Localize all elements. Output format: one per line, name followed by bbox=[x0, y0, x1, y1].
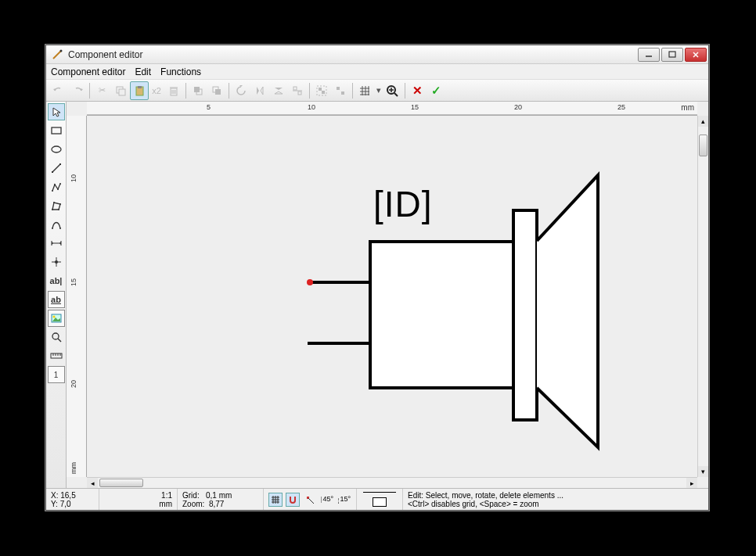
svg-rect-3 bbox=[669, 52, 675, 57]
select-tool[interactable] bbox=[48, 103, 65, 120]
svg-point-53 bbox=[52, 316, 55, 318]
svg-point-44 bbox=[52, 228, 53, 229]
rotate-button[interactable] bbox=[232, 81, 250, 100]
svg-rect-24 bbox=[322, 91, 325, 94]
toolbar-separator bbox=[185, 83, 186, 99]
svg-point-40 bbox=[52, 209, 53, 210]
vertical-ruler: 10 15 20 mm bbox=[67, 116, 87, 477]
svg-rect-34 bbox=[52, 171, 53, 173]
style-preview bbox=[357, 489, 403, 510]
cut-button[interactable]: ✂ bbox=[92, 81, 111, 100]
vertical-scrollbar[interactable]: ▴ ▾ bbox=[697, 116, 708, 477]
redo-button[interactable] bbox=[68, 81, 87, 100]
menu-edit[interactable]: Edit bbox=[135, 66, 151, 77]
svg-line-33 bbox=[52, 164, 60, 172]
duplicate-button[interactable]: x2 bbox=[149, 81, 164, 100]
svg-line-55 bbox=[58, 339, 61, 342]
horizontal-scrollbar[interactable]: ◂ ▸ bbox=[87, 477, 697, 488]
close-button[interactable] bbox=[685, 48, 707, 62]
svg-point-42 bbox=[59, 203, 61, 205]
line-style-preview[interactable] bbox=[363, 492, 396, 493]
app-icon bbox=[51, 48, 63, 61]
canvas-viewport[interactable]: [ID] bbox=[87, 116, 697, 477]
scroll-left-button[interactable]: ◂ bbox=[87, 478, 98, 489]
scroll-up-button[interactable]: ▴ bbox=[698, 116, 708, 127]
svg-point-38 bbox=[57, 188, 59, 190]
dimension-tool[interactable] bbox=[48, 235, 65, 252]
label-tool[interactable]: ab bbox=[48, 291, 65, 308]
window-title: Component editor bbox=[68, 49, 638, 60]
app-window: Component editor Component editor Edit F… bbox=[45, 45, 709, 511]
svg-rect-7 bbox=[119, 89, 125, 95]
toolbar: ✂ x2 ▾ ✕ ✓ bbox=[46, 80, 708, 102]
cursor-position: X: 16,5 Y: 7,0 bbox=[46, 489, 99, 510]
scroll-thumb-h[interactable] bbox=[99, 479, 143, 487]
scroll-down-button[interactable]: ▾ bbox=[698, 466, 708, 477]
svg-point-37 bbox=[54, 184, 56, 185]
minimize-button[interactable] bbox=[638, 48, 660, 62]
line-tool[interactable] bbox=[48, 160, 65, 177]
send-back-button[interactable] bbox=[207, 81, 226, 100]
delete-button[interactable] bbox=[164, 81, 183, 100]
grid-dropdown[interactable]: ▾ bbox=[374, 81, 383, 100]
scroll-right-button[interactable]: ▸ bbox=[686, 478, 697, 489]
copy-button[interactable] bbox=[111, 81, 130, 100]
ruler-unit-v: mm bbox=[70, 462, 77, 474]
svg-point-51 bbox=[55, 260, 58, 264]
window-controls bbox=[638, 48, 707, 62]
ellipse-tool[interactable] bbox=[48, 141, 65, 158]
align-button[interactable] bbox=[288, 81, 307, 100]
svg-point-39 bbox=[59, 183, 61, 185]
ruler-tick: 10 bbox=[308, 103, 315, 111]
polygon-tool[interactable] bbox=[48, 197, 65, 214]
measure-tool[interactable] bbox=[48, 347, 65, 364]
cancel-button[interactable]: ✕ bbox=[408, 81, 427, 100]
mirror-v-button[interactable] bbox=[269, 81, 288, 100]
angle-45-button[interactable]: 45° bbox=[320, 493, 334, 507]
zoom-fit-button[interactable] bbox=[383, 81, 402, 100]
svg-rect-35 bbox=[59, 163, 61, 165]
image-tool[interactable] bbox=[48, 310, 65, 327]
ruler-tick: 5 bbox=[207, 103, 211, 111]
help-text: Edit: Select, move, rotate, delete eleme… bbox=[403, 489, 708, 510]
rect-tool[interactable] bbox=[48, 122, 65, 139]
svg-point-43 bbox=[58, 209, 59, 210]
polyline-tool[interactable] bbox=[48, 178, 65, 195]
mirror-h-button[interactable] bbox=[250, 81, 269, 100]
frame-tool[interactable]: 1 bbox=[48, 366, 65, 383]
menu-component-editor[interactable]: Component editor bbox=[51, 66, 125, 77]
component-drawing bbox=[87, 116, 697, 475]
menu-functions[interactable]: Functions bbox=[160, 66, 201, 77]
menubar: Component editor Edit Functions bbox=[46, 64, 708, 80]
svg-rect-19 bbox=[293, 87, 297, 90]
svg-rect-62 bbox=[370, 242, 513, 388]
svg-rect-23 bbox=[319, 88, 322, 91]
undo-button[interactable] bbox=[49, 81, 68, 100]
snap-grid-button[interactable] bbox=[268, 493, 283, 507]
confirm-button[interactable]: ✓ bbox=[427, 81, 445, 100]
ruler-tick: 15 bbox=[70, 278, 77, 286]
toolbar-separator bbox=[89, 83, 90, 99]
horizontal-ruler: 5 10 15 20 25 mm bbox=[87, 102, 697, 116]
ruler-tick: 10 bbox=[70, 174, 77, 182]
bezier-tool[interactable] bbox=[48, 216, 65, 233]
scroll-thumb-v[interactable] bbox=[699, 135, 707, 156]
pin-tool[interactable] bbox=[48, 253, 65, 271]
ruler-tick: 15 bbox=[411, 103, 419, 111]
grid-button[interactable] bbox=[355, 81, 374, 100]
group-button[interactable] bbox=[312, 81, 331, 100]
fill-style-preview[interactable] bbox=[373, 497, 387, 507]
angle-15-button[interactable]: 15° bbox=[337, 493, 351, 507]
paste-button[interactable] bbox=[130, 81, 149, 100]
svg-point-36 bbox=[52, 190, 53, 192]
bring-front-button[interactable] bbox=[189, 81, 207, 100]
text-tool[interactable]: ab| bbox=[48, 272, 65, 289]
svg-point-66 bbox=[307, 279, 313, 285]
snap-endpoint-button[interactable] bbox=[303, 493, 317, 507]
maximize-button[interactable] bbox=[661, 48, 683, 62]
toolbar-separator bbox=[309, 83, 310, 99]
snap-magnet-button[interactable] bbox=[286, 493, 300, 507]
ungroup-button[interactable] bbox=[331, 81, 350, 100]
svg-line-0 bbox=[53, 51, 61, 59]
zoom-tool[interactable] bbox=[48, 328, 65, 346]
